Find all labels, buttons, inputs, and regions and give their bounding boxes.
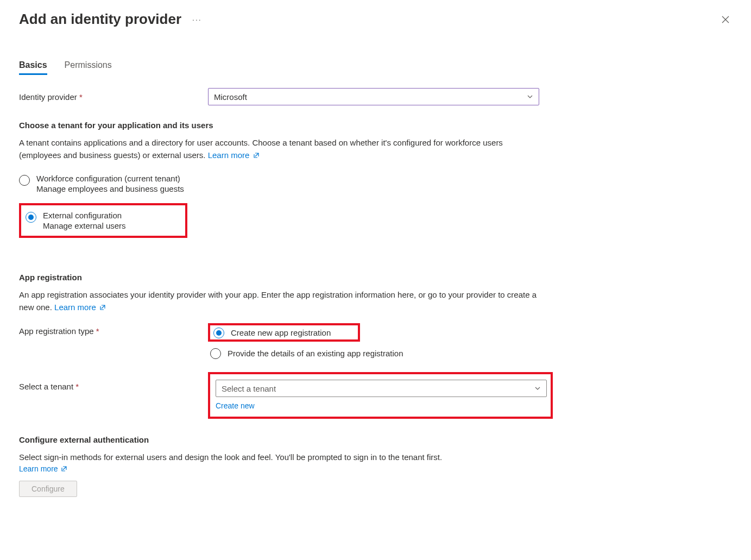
radio-create-new[interactable]: Create new app registration [213, 326, 331, 338]
app-registration-learn-more-link[interactable]: Learn more [54, 303, 106, 312]
radio-external[interactable]: External configuration Manage external u… [24, 209, 182, 232]
radio-existing-label: Provide the details of an existing app r… [228, 349, 403, 358]
app-registration-type-row: App registration type * Create new app r… [19, 323, 732, 359]
tenant-radio-group: Workforce configuration (current tenant)… [19, 172, 732, 238]
external-link-icon [99, 304, 106, 311]
radio-workforce-label: Workforce configuration (current tenant) [36, 174, 184, 183]
configure-external-learn-more-link[interactable]: Learn more [19, 464, 67, 473]
select-tenant-label-text: Select a tenant [19, 382, 73, 391]
external-link-icon [253, 152, 260, 159]
close-button[interactable] [719, 13, 732, 26]
select-tenant-row: Select a tenant * Select a tenant Create… [19, 372, 732, 419]
more-icon[interactable]: ··· [192, 15, 202, 24]
select-tenant-dropdown[interactable]: Select a tenant [216, 380, 547, 397]
create-new-tenant-link[interactable]: Create new [216, 401, 255, 410]
highlight-create-new: Create new app registration [208, 323, 360, 342]
app-registration-type-radios: Create new app registration Provide the … [208, 323, 403, 359]
configure-external-learn-more-text: Learn more [19, 464, 58, 473]
configure-external-section: Configure external authentication Select… [19, 435, 732, 497]
app-registration-type-label-text: App registration type [19, 326, 94, 336]
radio-circle-unselected [210, 348, 221, 359]
radio-create-new-label: Create new app registration [231, 328, 331, 337]
tenant-section-title: Choose a tenant for your application and… [19, 121, 732, 130]
highlight-external-config: External configuration Manage external u… [19, 203, 187, 238]
highlight-select-tenant: Select a tenant Create new [208, 372, 553, 419]
identity-provider-select[interactable]: Microsoft [208, 88, 539, 105]
identity-provider-value: Microsoft [214, 92, 247, 102]
header-left: Add an identity provider ··· [19, 11, 202, 28]
radio-circle-selected [213, 328, 224, 338]
radio-existing[interactable]: Provide the details of an existing app r… [210, 347, 403, 359]
identity-provider-label-text: Identity provider [19, 92, 77, 102]
page-title: Add an identity provider [19, 11, 181, 28]
select-tenant-placeholder: Select a tenant [222, 384, 276, 393]
radio-external-text: External configuration Manage external u… [43, 211, 126, 230]
configure-button[interactable]: Configure [19, 481, 77, 497]
tab-permissions[interactable]: Permissions [65, 60, 112, 75]
radio-external-sub: Manage external users [43, 221, 126, 230]
required-asterisk: * [79, 92, 83, 102]
tenant-section: Choose a tenant for your application and… [19, 121, 732, 238]
radio-circle-selected [26, 212, 36, 223]
chevron-down-icon [534, 385, 541, 392]
required-asterisk: * [96, 326, 99, 336]
configure-external-title: Configure external authentication [19, 435, 732, 444]
radio-dot [28, 215, 34, 220]
identity-provider-label: Identity provider * [19, 92, 208, 102]
radio-circle-unselected [19, 175, 30, 186]
close-icon [721, 15, 730, 24]
app-registration-type-label: App registration type * [19, 323, 208, 336]
radio-workforce-sub: Manage employees and business guests [36, 184, 184, 193]
tab-basics[interactable]: Basics [19, 60, 47, 75]
app-registration-description: An app registration associates your iden… [19, 288, 540, 314]
app-registration-learn-more-text: Learn more [54, 303, 96, 312]
configure-external-description: Select sign-in methods for external user… [19, 451, 540, 463]
tenant-learn-more-link[interactable]: Learn more [208, 150, 260, 160]
radio-dot [216, 330, 222, 336]
app-registration-title: App registration [19, 273, 732, 282]
tabs: Basics Permissions [19, 60, 732, 75]
radio-workforce[interactable]: Workforce configuration (current tenant)… [19, 172, 732, 196]
tenant-section-description: A tenant contains applications and a dir… [19, 136, 540, 162]
radio-external-label: External configuration [43, 211, 126, 220]
chevron-down-icon [527, 93, 533, 100]
app-registration-section: App registration An app registration ass… [19, 273, 732, 419]
radio-workforce-text: Workforce configuration (current tenant)… [36, 174, 184, 193]
required-asterisk: * [75, 382, 79, 391]
tenant-section-desc-text: A tenant contains applications and a dir… [19, 138, 503, 160]
page-header: Add an identity provider ··· [19, 11, 732, 28]
tenant-learn-more-text: Learn more [208, 150, 250, 160]
external-link-icon [61, 465, 67, 472]
identity-provider-row: Identity provider * Microsoft [19, 88, 732, 105]
select-tenant-label: Select a tenant * [19, 372, 208, 391]
